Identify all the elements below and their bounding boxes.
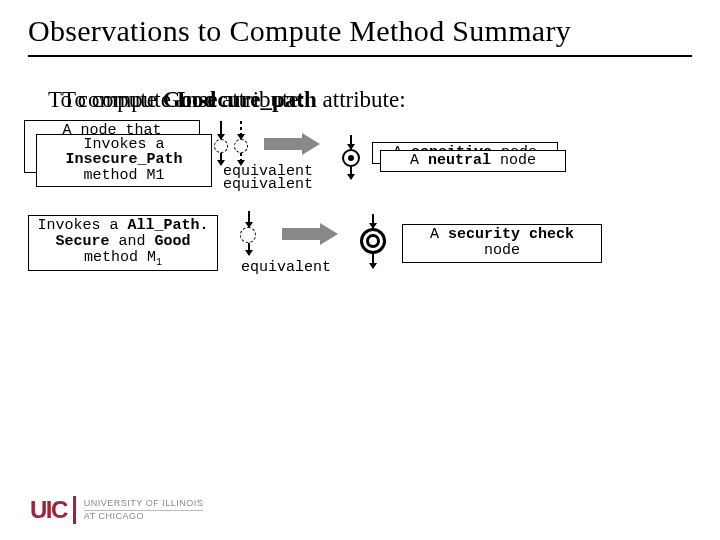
right2-l2: node [409,243,595,260]
mini-graph-2 [228,211,272,257]
arrow-icon [264,133,322,155]
slide: Observations to Compute Method Summary T… [0,0,720,540]
edge-icon [372,254,374,268]
uic-text: UNIVERSITY OF ILLINOIS AT CHICAGO [84,499,203,521]
uic-line1: UNIVERSITY OF ILLINOIS [84,499,203,510]
equivalent-label: equivalent [223,176,313,193]
src-front-l3: method M1 [39,168,209,184]
src2-l3: method M1 [33,250,213,269]
src2-l1: Invokes a All_Path. [33,218,213,234]
edge-icon [240,153,242,165]
edge-icon [240,121,242,139]
node-icon [240,227,256,243]
src-front-l1: Invokes a [39,137,209,153]
subtitle-back-post: attribute: [317,87,406,112]
mid-1-row-a [210,121,326,167]
arrow-icon [282,223,340,245]
mini-graph-1a [210,121,254,167]
uic-mark: UIC [30,496,76,524]
right-box-front: A neutral node [380,150,566,173]
source-box-front: Invokes a Insecure_Path method M1 [36,134,212,187]
edge-icon [372,214,374,228]
edge-icon [248,243,250,255]
source-box-2: Invokes a All_Path. Secure and Good meth… [28,215,218,271]
subtitle-front: To compute Good attribute: [48,87,305,113]
source-box-stack: A node that Invokes a bad method M1 Invo… [28,126,200,190]
subtitle-overlay: To compute Insecure_path attribute: To c… [48,87,692,117]
edge-icon [350,135,352,149]
mid-1: equivalent equivalent [210,121,326,193]
slide-title: Observations to Compute Method Summary [28,14,692,49]
title-rule [28,55,692,57]
row-2: Invokes a All_Path. Secure and Good meth… [28,211,692,276]
right-box-stack: A sensitive node A neutral node [376,146,562,170]
edge-icon [220,153,222,165]
edge-icon [350,167,352,179]
mid-2: equivalent [228,211,344,276]
row-1: A node that Invokes a bad method M1 Invo… [28,123,692,193]
right-box-2: A security check node [402,224,602,263]
target-graph-2 [352,214,396,272]
subtitle-front-pre: To compute [48,87,163,112]
subtitle-front-bold: Good [163,87,217,112]
subtitle-front-post: attribute: [216,87,305,112]
edge-icon [248,211,250,227]
node-icon [234,139,248,153]
target-graph-1 [334,135,370,181]
uic-line2: AT CHICAGO [84,512,203,521]
right2-l1: A security check [409,227,595,244]
footer-logo: UIC UNIVERSITY OF ILLINOIS AT CHICAGO [30,496,203,524]
equivalent-label: equivalent [241,259,331,276]
security-check-node-inner-icon [366,234,380,248]
node-icon [348,155,354,161]
src2-l2: Secure and Good [33,234,213,250]
node-icon [214,139,228,153]
mid-2-row [228,211,344,257]
src-front-l2: Insecure_Path [39,152,209,168]
edge-icon [220,121,222,139]
